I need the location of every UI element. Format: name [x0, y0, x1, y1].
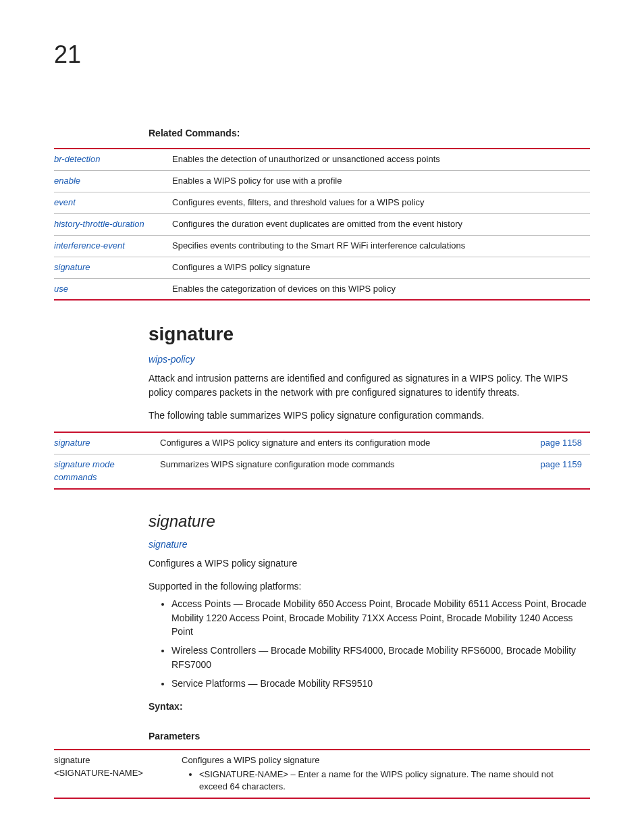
param-desc: Configures a WIPS policy signature — [182, 754, 581, 767]
supported-platforms-label: Supported in the following platforms: — [149, 579, 590, 593]
command-link[interactable]: interference-event — [54, 240, 125, 251]
command-link[interactable]: signature — [54, 438, 90, 448]
command-desc: Configures a WIPS policy signature — [172, 257, 590, 278]
table-row: enableEnables a WIPS policy for use with… — [54, 171, 590, 192]
platform-list: Access Points — Brocade Mobility 650 Acc… — [149, 597, 590, 690]
command-desc: Enables a WIPS policy for use with a pro… — [172, 171, 590, 192]
page-link[interactable]: page 1158 — [535, 432, 590, 454]
command-desc: Enables the detection of unauthorized or… — [172, 149, 590, 170]
command-link[interactable]: enable — [54, 176, 80, 186]
wips-policy-link[interactable]: wips-policy — [149, 353, 590, 366]
chapter-number: 21 — [54, 37, 590, 72]
signature-commands-table: signatureConfigures a WIPS policy signat… — [54, 432, 590, 490]
command-desc: Configures events, filters, and threshol… — [172, 192, 590, 214]
param-name-1: signature — [54, 754, 172, 767]
signature-table-intro: The following table summarizes WIPS poli… — [149, 409, 590, 422]
command-desc: Configures a WIPS policy signature and e… — [160, 432, 535, 454]
command-link[interactable]: event — [54, 197, 76, 207]
command-link[interactable]: use — [54, 284, 68, 294]
command-link[interactable]: history-throttle-duration — [54, 219, 144, 229]
list-item: Access Points — Brocade Mobility 650 Acc… — [171, 597, 590, 638]
command-link[interactable]: signature — [54, 262, 90, 272]
signature-heading: signature — [149, 321, 590, 348]
param-name-2: <SIGNATURE-NAME> — [54, 767, 172, 780]
list-item: Wireless Controllers — Brocade Mobility … — [171, 644, 590, 671]
parameters-table: signature <SIGNATURE-NAME> Configures a … — [54, 749, 590, 800]
command-desc: Summarizes WIPS signature configuration … — [160, 454, 535, 489]
signature-desc: Configures a WIPS policy signature — [149, 556, 590, 570]
table-row: eventConfigures events, filters, and thr… — [54, 192, 590, 214]
command-desc: Enables the categorization of devices on… — [172, 278, 590, 300]
table-row: history-throttle-durationConfigures the … — [54, 214, 590, 236]
related-commands-heading: Related Commands: — [149, 126, 590, 140]
syntax-label: Syntax: — [149, 700, 590, 713]
signature-intro: Attack and intrusion patterns are identi… — [149, 371, 590, 399]
command-link[interactable]: signature mode commands — [54, 459, 115, 482]
table-row: signature mode commandsSummarizes WIPS s… — [54, 454, 590, 489]
param-bullet: <SIGNATURE-NAME> – Enter a name for the … — [199, 768, 581, 794]
parameters-label: Parameters — [149, 729, 590, 743]
table-row: br-detectionEnables the detection of una… — [54, 149, 590, 170]
signature-parent-link[interactable]: signature — [149, 538, 590, 551]
table-row: useEnables the categorization of devices… — [54, 278, 590, 300]
page-link[interactable]: page 1159 — [535, 454, 590, 489]
table-row: signatureConfigures a WIPS policy signat… — [54, 257, 590, 278]
related-commands-table: br-detectionEnables the detection of una… — [54, 148, 590, 301]
command-link[interactable]: br-detection — [54, 154, 100, 164]
table-row: interference-eventSpecifies events contr… — [54, 235, 590, 257]
signature-subheading: signature — [149, 510, 590, 533]
table-row: signatureConfigures a WIPS policy signat… — [54, 432, 590, 454]
list-item: Service Platforms — Brocade Mobility RFS… — [171, 677, 590, 690]
command-desc: Configures the duration event duplicates… — [172, 214, 590, 236]
command-desc: Specifies events contributing to the Sma… — [172, 235, 590, 257]
